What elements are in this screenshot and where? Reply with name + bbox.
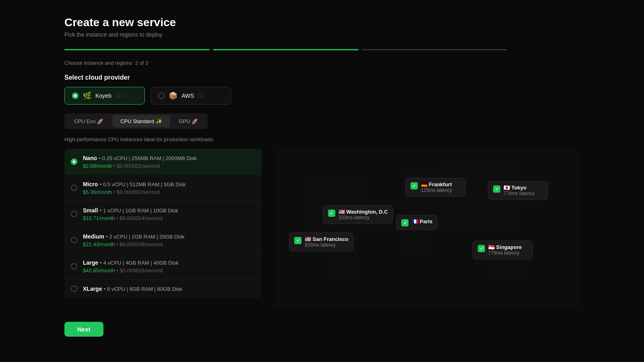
- aws-icon: 📦: [169, 91, 178, 100]
- small-specs: • 1 vCPU | 1GB RAM | 10GB Disk: [100, 208, 178, 214]
- svg-point-157: [448, 200, 449, 202]
- medium-name: Medium: [83, 233, 104, 240]
- instance-description: High-performance CPU instances ideal for…: [64, 136, 580, 142]
- region-card-sanfrancisco[interactable]: 🇺🇸 San Francisco 833ms latency: [289, 232, 353, 251]
- svg-point-141: [485, 189, 487, 191]
- singapore-name: 🇸🇬 Singapore: [488, 244, 522, 250]
- svg-point-29: [344, 195, 345, 196]
- svg-point-165: [490, 200, 492, 202]
- instance-row-xlarge[interactable]: XLarge • 8 vCPU | 8GB RAM | 80GB Disk: [64, 280, 262, 298]
- medium-specs: • 2 vCPU | 2GB RAM | 20GB Disk: [106, 234, 184, 240]
- micro-name: Micro: [83, 181, 98, 187]
- svg-point-53: [349, 230, 351, 232]
- svg-point-162: [474, 200, 476, 202]
- svg-point-91: [426, 212, 427, 214]
- progress-bar: [64, 49, 507, 50]
- tokyo-name: 🇯🇵 Tokyo: [504, 185, 535, 191]
- svg-point-178: [490, 216, 492, 218]
- region-card-frankfurt[interactable]: 🇩🇪 Frankfurt 125ms latency: [405, 178, 466, 197]
- nano-radio: [71, 158, 77, 165]
- svg-point-130: [485, 184, 487, 185]
- svg-point-14: [312, 189, 313, 191]
- svg-point-18: [333, 189, 334, 191]
- region-card-paris[interactable]: 🇫🇷 Paris: [396, 215, 438, 230]
- svg-point-173: [480, 211, 481, 212]
- svg-point-66: [349, 252, 351, 253]
- svg-point-86: [421, 207, 422, 209]
- svg-point-102: [410, 234, 411, 236]
- svg-point-177: [485, 216, 487, 218]
- svg-point-35: [328, 200, 329, 202]
- provider-aws[interactable]: 📦 AWS ⓘ: [151, 87, 231, 105]
- svg-point-164: [485, 200, 487, 202]
- provider-koyeb[interactable]: 🌿 Koyeb ⓘ: [64, 87, 145, 105]
- region-card-washington[interactable]: 🇺🇸 Washington, D.C 333ms latency: [323, 205, 393, 224]
- svg-point-120: [480, 179, 481, 180]
- world-map-container: 🇺🇸 Washington, D.C 333ms latency 🇺🇸 San …: [274, 149, 580, 310]
- large-price: $42.85/month • $0.000016/second: [83, 267, 255, 274]
- svg-point-139: [474, 189, 476, 191]
- instance-list: Nano • 0.25 vCPU | 256MB RAM | 2000MB Di…: [64, 149, 262, 310]
- large-info: Large • 4 vCPU | 4GB RAM | 40GB Disk $42…: [83, 259, 255, 274]
- svg-point-138: [469, 189, 471, 191]
- small-radio: [71, 211, 77, 217]
- sanfrancisco-latency: 833ms latency: [305, 242, 348, 248]
- cloud-providers-list: 🌿 Koyeb ⓘ 📦 AWS ⓘ: [64, 87, 580, 105]
- instance-row-micro[interactable]: Micro • 0.5 vCPU | 512MB RAM | 5GB Disk …: [64, 175, 262, 201]
- svg-point-159: [458, 200, 460, 202]
- frankfurt-name: 🇩🇪 Frankfurt: [421, 181, 452, 187]
- svg-point-13: [349, 184, 351, 185]
- medium-price: $21.43/month • $0.000008/second: [83, 241, 255, 247]
- tab-cpu-standard[interactable]: CPU Standard ✨: [112, 115, 170, 128]
- step-label: Choose instance and regions 2 of 3: [64, 60, 580, 66]
- svg-point-87: [405, 212, 406, 214]
- aws-name: AWS: [182, 93, 194, 99]
- frankfurt-latency: 125ms latency: [421, 187, 452, 193]
- svg-point-151: [474, 195, 476, 196]
- svg-point-51: [338, 230, 340, 232]
- svg-point-167: [458, 205, 460, 207]
- svg-point-172: [474, 211, 476, 212]
- svg-point-174: [485, 211, 487, 212]
- tab-cpu-eco[interactable]: CPU Eco 🚀: [66, 115, 111, 128]
- svg-point-10: [333, 184, 334, 185]
- svg-point-170: [474, 205, 476, 207]
- sanfrancisco-name: 🇺🇸 San Francisco: [305, 236, 348, 242]
- progress-step-2: [213, 49, 358, 50]
- koyeb-info-icon[interactable]: ⓘ: [116, 92, 121, 99]
- svg-point-19: [338, 189, 340, 191]
- large-specs: • 4 vCPU | 4GB RAM | 40GB Disk: [100, 260, 179, 266]
- tab-gpu[interactable]: GPU 🚀: [171, 115, 206, 128]
- svg-point-27: [333, 195, 334, 196]
- micro-radio: [71, 185, 77, 191]
- region-card-tokyo[interactable]: 🇯🇵 Tokyo 774ms latency: [488, 181, 548, 200]
- svg-point-84: [410, 207, 411, 209]
- instance-row-nano[interactable]: Nano • 0.25 vCPU | 256MB RAM | 2000MB Di…: [64, 149, 262, 175]
- svg-point-191: [505, 264, 506, 266]
- svg-point-11: [338, 184, 340, 185]
- svg-point-108: [453, 173, 454, 175]
- svg-point-15: [317, 189, 318, 191]
- next-button[interactable]: Next: [64, 322, 103, 337]
- small-price: $10.71/month • $0.000004/second: [83, 215, 255, 221]
- nano-info: Nano • 0.25 vCPU | 256MB RAM | 2000MB Di…: [83, 154, 255, 169]
- koyeb-icon: 🌿: [83, 91, 91, 100]
- instance-row-small[interactable]: Small • 1 vCPU | 1GB RAM | 10GB Disk $10…: [64, 201, 262, 227]
- svg-point-67: [405, 177, 406, 178]
- svg-point-103: [415, 234, 417, 236]
- nano-specs: • 0.25 vCPU | 256MB RAM | 2000MB Disk: [99, 155, 196, 161]
- svg-point-32: [360, 195, 361, 196]
- region-card-singapore[interactable]: 🇸🇬 Singapore 779ms latency: [473, 241, 533, 259]
- svg-point-65: [344, 252, 345, 253]
- instance-row-large[interactable]: Large • 4 vCPU | 4GB RAM | 40GB Disk $42…: [64, 253, 262, 280]
- singapore-checkbox: [478, 245, 485, 252]
- medium-info: Medium • 2 vCPU | 2GB RAM | 20GB Disk $2…: [83, 233, 255, 247]
- svg-point-31: [354, 195, 356, 196]
- svg-point-6: [312, 184, 313, 185]
- aws-info-icon[interactable]: ⓘ: [198, 92, 203, 99]
- nano-name: Nano: [83, 155, 97, 161]
- page-title: Create a new service: [64, 16, 580, 29]
- instance-row-medium[interactable]: Medium • 2 vCPU | 2GB RAM | 20GB Disk $2…: [64, 227, 262, 253]
- svg-point-30: [349, 195, 351, 196]
- xlarge-name: XLarge: [83, 286, 102, 292]
